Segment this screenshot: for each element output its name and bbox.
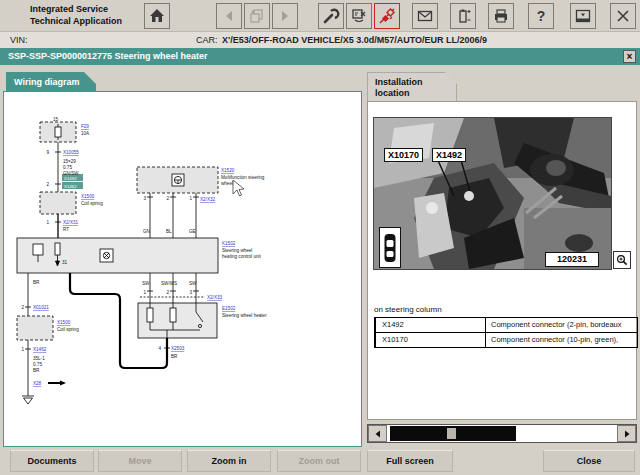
minimize-button[interactable]	[570, 3, 596, 29]
fuse-link[interactable]: F29	[81, 124, 89, 129]
connector-id: X10170	[376, 333, 486, 347]
connection-button[interactable]	[374, 3, 400, 29]
feed-pin: 9	[46, 150, 49, 155]
ret-wire: BR	[33, 280, 40, 285]
svg-text:?: ?	[537, 8, 546, 24]
mfw-pin-link[interactable]: X2/X32	[200, 197, 216, 202]
heater-pin: 4	[158, 346, 161, 351]
coil1-wire: RT	[63, 227, 69, 232]
toolbar: Integrated Service Technical Application	[0, 0, 640, 32]
ground-symbol	[22, 396, 34, 404]
connector-table: X1492 Component connector (2-pin, bordea…	[374, 317, 638, 348]
sel-label-2[interactable]: X1462	[64, 184, 77, 189]
wiring-diagram[interactable]: 15 F29 10A 9 X10055 15=29 0.75 GN/SW 2 X…	[4, 92, 361, 446]
tab-install-label1: Installation	[375, 77, 456, 88]
out-link[interactable]: X2/X33	[207, 295, 223, 300]
ctrl-name2: heating control unit	[222, 254, 262, 259]
magnifier-icon	[616, 254, 628, 266]
documents-button[interactable]: Documents	[10, 450, 94, 472]
coil1-link[interactable]: X1500	[81, 194, 95, 199]
print-button[interactable]	[488, 3, 514, 29]
move-button[interactable]: Move	[98, 450, 182, 472]
table-row[interactable]: X10170 Component connector (10-pin, gree…	[376, 332, 637, 347]
coil2-link[interactable]: X1500	[57, 320, 71, 325]
connector-icon	[378, 7, 396, 25]
ret-spec3: BR	[33, 368, 40, 373]
document-close-button[interactable]: ×	[623, 50, 636, 63]
photo-reference-number: 120231	[545, 252, 599, 267]
feed-spec1: 15=29	[63, 159, 76, 164]
vin-label: VIN:	[10, 35, 28, 45]
ret-spec2: 0.75	[33, 362, 42, 367]
help-button[interactable]: ?	[528, 3, 554, 29]
feed-spec2: 0.75	[63, 165, 72, 170]
tab-wiring-label: Wiring diagram	[14, 77, 79, 87]
out-w3: SW	[189, 281, 197, 286]
zoom-out-button[interactable]: Zoom out	[277, 450, 361, 472]
feed-link[interactable]: X10055	[63, 150, 79, 155]
heater-name: Steering wheel heater	[222, 313, 267, 318]
app-title: Integrated Service Technical Application	[30, 3, 122, 27]
car-top-view-icon	[383, 232, 397, 264]
photo-caption: on steering column	[374, 305, 442, 314]
fuse-box	[40, 122, 76, 142]
service-functions-button[interactable]	[318, 3, 344, 29]
window-icon	[574, 7, 592, 25]
mfw-link[interactable]: X1520	[221, 168, 235, 173]
tab-installation-location[interactable]: Installation location	[367, 72, 457, 102]
coil-spring-box-1	[40, 192, 76, 214]
out-w2: SW/WS	[161, 281, 177, 286]
ret-pin1: 1	[21, 347, 24, 352]
scrollbar-thumb[interactable]	[447, 428, 456, 439]
ret-pin1-link[interactable]: X1462	[33, 347, 47, 352]
messages-button[interactable]	[412, 3, 438, 29]
steering-wheel-heater-box	[138, 303, 217, 338]
back-icon	[221, 8, 237, 24]
sel-label-1[interactable]: X1492	[64, 176, 77, 181]
fuse-amps: 10A	[81, 131, 90, 136]
back-button[interactable]	[216, 3, 242, 29]
mfw-pin2: 2	[166, 196, 169, 201]
out-p1: 1	[143, 290, 146, 295]
magnify-button[interactable]	[613, 251, 631, 269]
home-button[interactable]	[144, 3, 170, 29]
coil1-pin-link[interactable]: X2/X31	[63, 220, 79, 225]
vehicle-manager-button[interactable]	[346, 3, 372, 29]
mfw-pin3: 3	[143, 196, 146, 201]
zoom-in-button[interactable]: Zoom in	[187, 450, 271, 472]
fuse-terminal: 15	[53, 117, 59, 122]
ctrl-gnd: 31	[62, 260, 68, 265]
scrollbar-range[interactable]	[390, 426, 516, 441]
table-row[interactable]: X1492 Component connector (2-pin, bordea…	[376, 318, 637, 332]
multifunction-steering-wheel-box	[137, 167, 218, 193]
tab-wiring-diagram[interactable]: Wiring diagram	[6, 72, 96, 92]
heater-pin-link[interactable]: X2503	[171, 346, 185, 351]
exit-button[interactable]	[610, 3, 636, 29]
ctrl-link[interactable]: K1502	[222, 241, 236, 246]
heater-link[interactable]: E1502	[222, 306, 236, 311]
arrow-right-icon	[623, 430, 631, 438]
ret-link[interactable]: X01021	[33, 305, 49, 310]
connector-id: X1492	[376, 318, 486, 332]
scroll-left-button[interactable]	[368, 425, 387, 442]
close-icon	[614, 7, 632, 25]
app-title-line2: Technical Application	[30, 15, 122, 27]
forward-icon	[277, 8, 293, 24]
app-title-line1: Integrated Service	[30, 3, 122, 15]
wire-bl: BL	[166, 229, 172, 234]
ret-gnd-link[interactable]: X28	[33, 381, 42, 386]
connector-desc: Component connector (10-pin, green),	[486, 333, 637, 347]
mfw-name1: Multifunction steering	[221, 175, 265, 180]
ret-pin: 2	[21, 305, 24, 310]
history-button[interactable]	[244, 3, 270, 29]
scroll-right-button[interactable]	[617, 425, 636, 442]
close-button[interactable]: Close	[543, 450, 635, 472]
printer-icon	[492, 7, 510, 25]
full-screen-button[interactable]: Full screen	[367, 450, 453, 472]
photo-label-x10170: X10170	[384, 148, 423, 162]
horizontal-scrollbar[interactable]	[367, 424, 637, 443]
power-status-button[interactable]	[450, 3, 476, 29]
forward-button[interactable]	[272, 3, 298, 29]
out-w1: SW	[142, 281, 150, 286]
monitor-icon	[350, 7, 368, 25]
